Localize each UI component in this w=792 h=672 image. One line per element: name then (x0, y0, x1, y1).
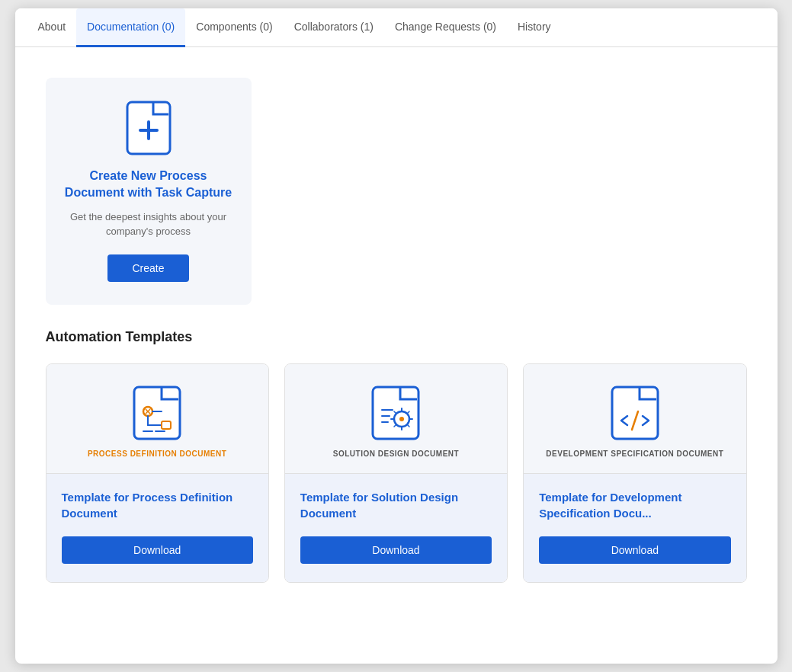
template-card-development-specification: DEVELOPMENT SPECIFICATION DOCUMENT Templ… (523, 363, 746, 583)
create-card-description: Get the deepest insights about your comp… (61, 210, 236, 239)
tab-about[interactable]: About (27, 8, 77, 47)
template-label-process-definition: PROCESS DEFINITION DOCUMENT (88, 450, 226, 458)
svg-rect-17 (612, 387, 658, 439)
template-card-top-development-specification: DEVELOPMENT SPECIFICATION DOCUMENT (524, 364, 746, 474)
tab-components[interactable]: Components (0) (185, 8, 283, 47)
tab-documentation[interactable]: Documentation (0) (76, 8, 185, 47)
template-card-bottom-solution-design: Template for Solution Design Document Do… (285, 474, 507, 582)
template-label-solution-design: SOLUTION DESIGN DOCUMENT (333, 450, 459, 458)
tab-collaborators[interactable]: Collaborators (1) (284, 8, 384, 47)
automation-templates-title: Automation Templates (46, 329, 747, 345)
tab-change-requests[interactable]: Change Requests (0) (384, 8, 507, 47)
create-button[interactable]: Create (107, 254, 188, 282)
create-card: Create New Process Document with Task Ca… (46, 78, 252, 305)
main-window: AboutDocumentation (0)Components (0)Coll… (15, 8, 778, 664)
template-icon-process-definition (133, 386, 181, 440)
template-icon-development-specification (611, 386, 659, 440)
download-button-solution-design[interactable]: Download (300, 536, 492, 564)
template-title-development-specification: Template for Development Specification D… (539, 489, 730, 521)
template-title-solution-design: Template for Solution Design Document (300, 489, 492, 521)
template-card-process-definition: PROCESS DEFINITION DOCUMENT Template for… (46, 363, 269, 583)
download-button-process-definition[interactable]: Download (62, 536, 253, 564)
download-button-development-specification[interactable]: Download (539, 536, 730, 564)
template-icon-solution-design (371, 386, 420, 440)
create-card-title: Create New Process Document with Task Ca… (61, 168, 236, 202)
tab-history[interactable]: History (507, 8, 562, 47)
create-document-icon (126, 101, 172, 155)
template-card-top-solution-design: SOLUTION DESIGN DOCUMENT (285, 364, 507, 474)
template-grid: PROCESS DEFINITION DOCUMENT Template for… (46, 363, 747, 583)
tab-bar: AboutDocumentation (0)Components (0)Coll… (15, 8, 778, 47)
template-title-process-definition: Template for Process Definition Document (62, 489, 253, 521)
template-card-solution-design: SOLUTION DESIGN DOCUMENT Template for So… (284, 363, 508, 583)
svg-point-13 (399, 417, 404, 421)
template-card-bottom-process-definition: Template for Process Definition Document… (46, 474, 268, 582)
template-label-development-specification: DEVELOPMENT SPECIFICATION DOCUMENT (546, 450, 723, 458)
template-card-top-process-definition: PROCESS DEFINITION DOCUMENT (46, 364, 268, 474)
template-card-bottom-development-specification: Template for Development Specification D… (524, 474, 746, 582)
main-content: Create New Process Document with Task Ca… (15, 47, 778, 613)
